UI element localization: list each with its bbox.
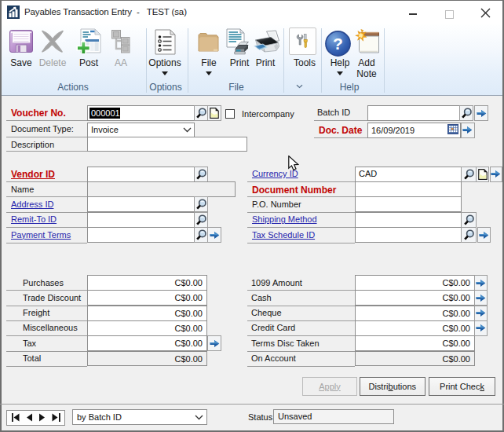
svg-text:?: ? (333, 35, 343, 53)
